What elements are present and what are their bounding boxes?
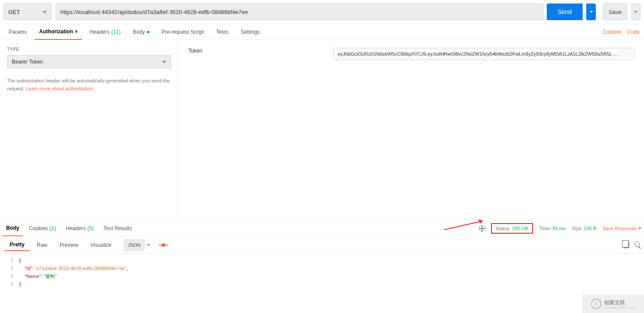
tab-authorization-label: Authorization: [39, 28, 73, 35]
resp-tab-body[interactable]: Body: [3, 221, 23, 236]
token-label: Token: [188, 48, 315, 213]
response-body[interactable]: 1{ 2 "Id": "d7a3a6ef-3520-4628-edfb-08d8…: [0, 254, 644, 291]
tab-body-label: Body: [133, 29, 145, 35]
dot-icon: [147, 31, 149, 33]
resp-tab-testresults[interactable]: Test Results: [100, 221, 135, 236]
learn-more-link[interactable]: Learn more about authorization: [26, 86, 93, 91]
tab-params[interactable]: Params: [4, 24, 31, 40]
fmt-tab-pretty[interactable]: Pretty: [4, 239, 30, 251]
save-response-button[interactable]: Save Response: [602, 226, 641, 231]
tab-prerequest[interactable]: Pre-request Script: [157, 24, 209, 40]
request-tabs: Params Authorization Headers (11) Body P…: [0, 24, 644, 40]
json-key: "Id": [25, 266, 32, 271]
line-number: 1: [0, 258, 19, 263]
size-label: Size:: [572, 226, 582, 231]
resp-tab-cookies[interactable]: Cookies (1): [25, 221, 60, 236]
fmt-tab-raw[interactable]: Raw: [32, 239, 53, 251]
send-button[interactable]: Send: [547, 4, 583, 20]
line-number: 4: [0, 281, 19, 287]
save-dropdown[interactable]: [631, 4, 640, 20]
code-content: "Name": "遛狗": [19, 273, 57, 280]
code-content: {: [19, 258, 21, 263]
type-label: TYPE: [7, 47, 171, 52]
code-content: "Id": "d7a3a6ef-3520-4628-edfb-08d86bf4e…: [19, 266, 127, 271]
watermark-logo-icon: X: [591, 299, 602, 309]
resp-tab-headers[interactable]: Headers (5): [62, 221, 97, 236]
tab-authorization[interactable]: Authorization: [35, 24, 81, 40]
json-key: "Name": [25, 274, 41, 279]
save-button[interactable]: Save: [603, 4, 627, 20]
watermark-brand: 创新互联: [604, 299, 636, 306]
send-dropdown[interactable]: [586, 4, 596, 20]
json-value: "遛狗": [44, 274, 57, 279]
time-label: Time:: [539, 226, 551, 231]
code-content: }: [19, 281, 21, 287]
line-number: 2: [0, 266, 19, 271]
search-icon[interactable]: [634, 242, 640, 247]
wrap-icon[interactable]: ⇥⇤: [159, 241, 166, 249]
watermark: X 创新互联 CHUANG XIN HU LIAN: [583, 295, 644, 313]
time-value: 95 ms: [552, 226, 566, 231]
url-input[interactable]: [55, 4, 543, 20]
copy-icon[interactable]: [623, 242, 629, 248]
headers-count: (11): [111, 29, 120, 35]
link-cookies[interactable]: Cookies: [603, 29, 622, 35]
tab-tests[interactable]: Tests: [212, 24, 233, 40]
line-number: 3: [0, 274, 19, 279]
resp-cookies-count: (1): [50, 225, 56, 231]
response-tabs: Body Cookies (1) Headers (5) Test Result…: [0, 221, 644, 236]
tab-body[interactable]: Body: [128, 24, 153, 40]
token-input[interactable]: [333, 48, 634, 60]
auth-type-select[interactable]: Bearer Token: [7, 55, 171, 68]
method-select[interactable]: GET: [4, 4, 52, 20]
size-value: 235 B: [584, 226, 597, 231]
status-value: 200 OK: [513, 226, 529, 231]
watermark-sub: CHUANG XIN HU LIAN: [604, 306, 636, 309]
status-label: Status:: [495, 226, 510, 231]
resp-cookies-label: Cookies: [29, 225, 48, 231]
json-value: "d7a3a6ef-3520-4628-edfb-08d86bf4e7ee": [35, 266, 126, 271]
size-indicator: Size: 235 B: [572, 226, 596, 231]
resp-headers-count: (5): [87, 225, 94, 231]
status-indicator: Status: 200 OK: [491, 223, 533, 234]
fmt-tab-visualize[interactable]: Visualize: [85, 239, 117, 251]
link-code[interactable]: Code: [627, 29, 640, 35]
tab-headers[interactable]: Headers (11): [85, 24, 125, 40]
format-bar: Pretty Raw Preview Visualize JSON ⇥⇤: [0, 236, 644, 254]
tab-settings[interactable]: Settings: [236, 24, 264, 40]
dot-icon: [75, 30, 78, 33]
resp-headers-label: Headers: [66, 225, 85, 231]
auth-sidebar: TYPE Bearer Token The authorization head…: [0, 40, 179, 221]
globe-icon[interactable]: [479, 225, 485, 231]
fmt-tab-preview[interactable]: Preview: [54, 239, 84, 251]
format-select[interactable]: JSON: [124, 239, 145, 251]
auth-help-text: The authorization header will be automat…: [7, 77, 171, 92]
tab-headers-label: Headers: [90, 29, 110, 35]
time-indicator: Time: 95 ms: [539, 226, 566, 231]
